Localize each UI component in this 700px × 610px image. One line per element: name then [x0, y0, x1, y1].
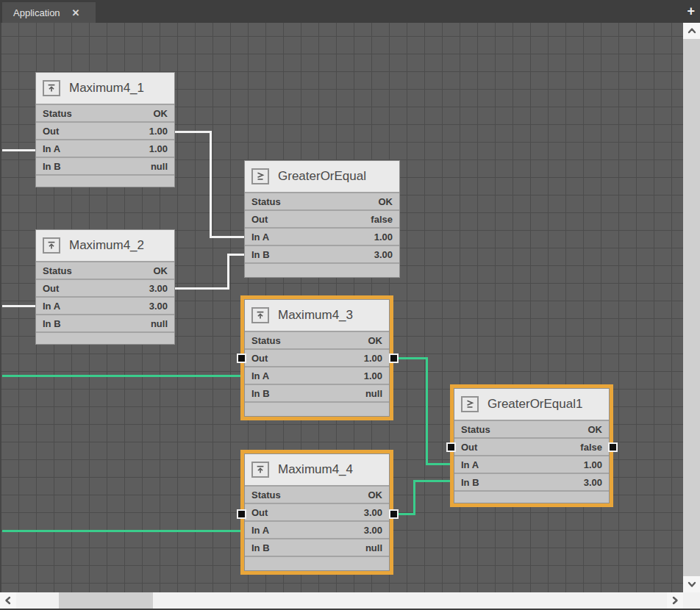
node-row-in-b[interactable]: In Bnull	[245, 385, 389, 401]
row-label: Out	[461, 442, 477, 453]
canvas[interactable]: Maximum4_1StatusOKOut1.00In A1.00In Bnul…	[0, 23, 683, 592]
maximum-icon	[43, 80, 60, 96]
row-label: Status	[43, 108, 72, 119]
node-greaterorequal1[interactable]: GreaterOrEqual1StatusOKOutfalseIn A1.00I…	[454, 388, 610, 503]
node-row-status[interactable]: StatusOK	[245, 332, 389, 348]
row-value: 1.00	[149, 126, 168, 137]
row-label: In A	[251, 525, 269, 536]
node-header[interactable]: GreaterOrEqual1	[454, 389, 609, 420]
node-row-in-a[interactable]: In A1.00	[36, 140, 174, 157]
row-label: In B	[461, 477, 479, 488]
node-row-in-a[interactable]: In A1.00	[245, 367, 389, 384]
node-row-out[interactable]: Out3.00	[245, 504, 389, 520]
row-label: Out	[43, 126, 59, 137]
row-label: Out	[251, 214, 268, 225]
node-footer	[454, 492, 609, 503]
greater-or-equal-icon	[461, 396, 479, 412]
node-row-out[interactable]: Out1.00	[245, 350, 389, 366]
node-maximum4-4[interactable]: Maximum4_4StatusOKOut3.00In A3.00In Bnul…	[244, 453, 390, 571]
node-header[interactable]: Maximum4_1	[36, 73, 174, 104]
node-row-out[interactable]: Out1.00	[36, 123, 174, 139]
node-row-in-a[interactable]: In A1.00	[454, 456, 609, 473]
node-row-status[interactable]: StatusOK	[245, 193, 399, 209]
port-handle-3[interactable]	[389, 509, 399, 519]
node-greaterorequal[interactable]: GreaterOrEqualStatusOKOutfalseIn A1.00In…	[244, 160, 400, 278]
port-handle-1[interactable]	[389, 354, 399, 363]
row-label: Status	[43, 265, 72, 276]
nodes-layer: Maximum4_1StatusOKOut1.00In A1.00In Bnul…	[0, 23, 683, 592]
horizontal-scroll-thumb[interactable]	[59, 592, 153, 609]
row-value: OK	[368, 335, 383, 346]
row-label: In B	[251, 388, 270, 399]
row-label: Out	[43, 283, 59, 294]
new-tab-button[interactable]: +	[687, 3, 695, 19]
horizontal-scrollbar[interactable]	[0, 592, 683, 609]
scroll-left-icon[interactable]	[0, 592, 16, 609]
vertical-scrollbar[interactable]	[683, 23, 700, 592]
row-label: In A	[251, 370, 269, 381]
row-label: Status	[251, 489, 281, 500]
maximum-icon	[251, 307, 269, 323]
row-value: 3.00	[584, 477, 602, 488]
node-row-in-b[interactable]: In Bnull	[36, 315, 174, 331]
row-value: 3.00	[149, 301, 168, 312]
node-header[interactable]: Maximum4_2	[36, 230, 174, 261]
row-label: In A	[461, 459, 479, 470]
port-handle-0[interactable]	[237, 354, 246, 363]
tab-label: Application	[13, 7, 60, 18]
row-value: 3.00	[374, 249, 393, 260]
node-row-in-b[interactable]: In Bnull	[245, 539, 389, 556]
row-label: In A	[251, 232, 269, 243]
node-footer	[245, 557, 389, 570]
node-row-in-b[interactable]: In B3.00	[245, 246, 399, 262]
row-label: Out	[251, 353, 268, 364]
row-label: In A	[43, 143, 60, 154]
scroll-down-icon[interactable]	[683, 576, 700, 592]
node-row-in-a[interactable]: In A1.00	[245, 229, 399, 245]
node-row-status[interactable]: StatusOK	[245, 487, 389, 503]
node-title: GreaterOrEqual	[278, 169, 366, 184]
row-value: 1.00	[149, 143, 168, 154]
node-row-status[interactable]: StatusOK	[36, 105, 174, 121]
node-maximum4-3[interactable]: Maximum4_3StatusOKOut1.00In A1.00In Bnul…	[244, 299, 390, 417]
node-maximum4-1[interactable]: Maximum4_1StatusOKOut1.00In A1.00In Bnul…	[35, 72, 175, 187]
row-label: Out	[251, 507, 268, 518]
row-value: false	[580, 442, 602, 453]
node-row-in-a[interactable]: In A3.00	[36, 298, 174, 314]
row-value: null	[365, 388, 382, 399]
vertical-scroll-thumb[interactable]	[683, 39, 700, 576]
row-value: false	[371, 214, 393, 225]
row-value: 3.00	[149, 283, 168, 294]
greater-or-equal-icon	[251, 168, 269, 184]
row-value: 1.00	[584, 459, 602, 470]
node-row-in-b[interactable]: In B3.00	[454, 474, 609, 490]
node-maximum4-2[interactable]: Maximum4_2StatusOKOut3.00In A3.00In Bnul…	[35, 229, 175, 345]
scrollbar-corner	[683, 592, 700, 609]
node-row-in-b[interactable]: In Bnull	[36, 158, 174, 174]
port-handle-4[interactable]	[446, 442, 456, 452]
row-label: Status	[251, 335, 281, 346]
scroll-up-icon[interactable]	[683, 23, 700, 39]
node-row-status[interactable]: StatusOK	[454, 421, 609, 437]
node-row-out[interactable]: Outfalse	[454, 439, 609, 455]
row-value: null	[151, 161, 168, 172]
node-header[interactable]: GreaterOrEqual	[245, 161, 399, 192]
scroll-right-icon[interactable]	[667, 592, 683, 609]
node-title: Maximum4_3	[278, 308, 353, 323]
node-row-out[interactable]: Out3.00	[36, 280, 174, 296]
maximum-icon	[43, 237, 60, 254]
node-row-in-a[interactable]: In A3.00	[245, 522, 389, 538]
row-label: In B	[251, 249, 270, 260]
node-row-out[interactable]: Outfalse	[245, 211, 399, 227]
row-value: OK	[368, 489, 383, 500]
port-handle-5[interactable]	[608, 442, 618, 452]
node-footer	[245, 264, 399, 277]
tab-application[interactable]: Application ✕	[2, 2, 96, 23]
node-footer	[245, 403, 389, 416]
node-header[interactable]: Maximum4_4	[245, 454, 389, 485]
node-row-status[interactable]: StatusOK	[36, 262, 174, 279]
port-handle-2[interactable]	[237, 509, 246, 519]
node-header[interactable]: Maximum4_3	[245, 300, 389, 331]
tab-close-icon[interactable]: ✕	[72, 7, 80, 18]
row-label: In A	[43, 301, 60, 312]
